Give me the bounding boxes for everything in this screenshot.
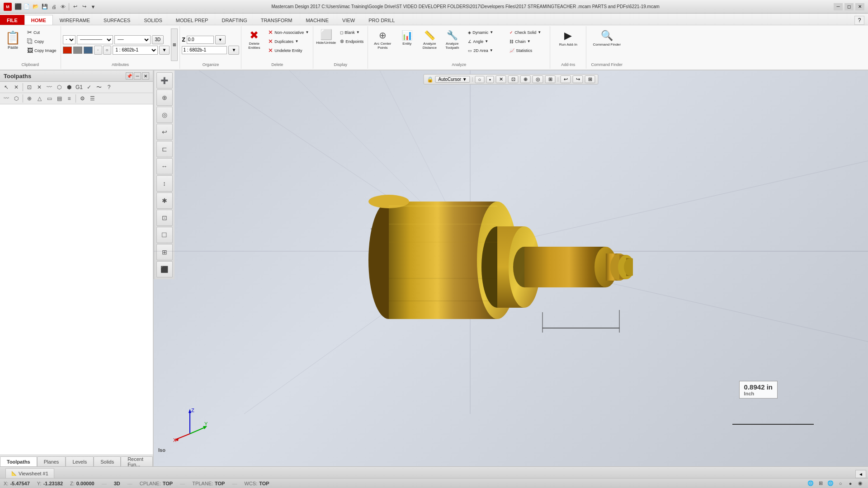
analyze-entity-button[interactable]: 📊 Entity bbox=[396, 28, 418, 55]
statistics-button[interactable]: 📈 Statistics bbox=[507, 46, 548, 55]
restore-button[interactable]: ◻ bbox=[844, 3, 854, 10]
tp-solid-btn[interactable]: ⬢ bbox=[65, 83, 74, 92]
tab-solids[interactable]: SOLIDS bbox=[137, 15, 169, 25]
color-swatch-2[interactable] bbox=[73, 47, 82, 54]
tp-tool-btn[interactable]: ⊡ bbox=[25, 83, 34, 92]
non-associative-button[interactable]: ✕ Non-Associative ▼ bbox=[266, 28, 311, 37]
ac-circle-btn[interactable]: ○ bbox=[475, 76, 484, 83]
tp-check-btn[interactable]: ✓ bbox=[85, 83, 94, 92]
ac-snap2-btn[interactable]: ◎ bbox=[533, 75, 543, 83]
tab-drafting[interactable]: DRAFTING bbox=[215, 15, 254, 25]
ac-redo-btn[interactable]: ↪ bbox=[573, 75, 583, 83]
ac-grid-btn[interactable]: ⊞ bbox=[545, 75, 556, 83]
arc-center-points-button[interactable]: ⊕ Arc Center Points bbox=[370, 28, 395, 55]
ac-cross-btn[interactable]: ✕ bbox=[496, 75, 506, 83]
status-coord-btn[interactable]: 🌐 bbox=[826, 479, 835, 488]
qa-redo[interactable]: ↪ bbox=[80, 3, 88, 11]
delete-entities-button[interactable]: ✖ Delete Entities bbox=[243, 28, 265, 55]
3d-button[interactable]: 3D bbox=[152, 35, 164, 44]
z-dropdown-btn[interactable]: ▼ bbox=[215, 35, 226, 44]
close-button[interactable]: ✕ bbox=[855, 3, 864, 10]
undelete-button[interactable]: ✕ Undelete Entity bbox=[266, 46, 311, 55]
level-select[interactable]: 1 : 6802b-1 bbox=[113, 46, 158, 55]
viewsheet-scroll-btn[interactable]: ◄ bbox=[855, 470, 866, 478]
panel-close-button[interactable]: ✕ bbox=[142, 72, 149, 80]
rt-cursor-btn[interactable]: ✱ bbox=[156, 192, 173, 209]
copy-image-button[interactable]: 🖼 Copy Image bbox=[25, 46, 59, 55]
rt-horiz-btn[interactable]: ↔ bbox=[156, 158, 173, 174]
tp-select-btn[interactable]: ↖ bbox=[2, 83, 11, 92]
tp-select2-btn[interactable]: ✕ bbox=[12, 83, 21, 92]
tab-recent-fun[interactable]: Recent Fun... bbox=[121, 456, 153, 466]
panel-minimize-button[interactable]: ─ bbox=[134, 72, 141, 80]
hide-unhide-button[interactable]: ⬜ Hide/Unhide bbox=[315, 28, 337, 55]
analyze-toolpath-button[interactable]: 🔧 Analyze Toolpath bbox=[441, 28, 463, 55]
qa-preview[interactable]: 👁 bbox=[59, 3, 67, 11]
cut-button[interactable]: ✂ Cut bbox=[25, 28, 59, 37]
autocursor-button[interactable]: AutoCursor ▼ bbox=[435, 76, 470, 83]
ac-more-btn[interactable]: ⊞ bbox=[585, 75, 595, 83]
tp2-btn1[interactable]: 〰 bbox=[2, 94, 11, 103]
qa-undo[interactable]: ↩ bbox=[71, 3, 79, 11]
rt-vert-btn[interactable]: ↕ bbox=[156, 175, 173, 192]
tab-wireframe[interactable]: WIREFRAME bbox=[53, 15, 97, 25]
tab-transform[interactable]: TRANSFORM bbox=[254, 15, 299, 25]
z-value-input[interactable] bbox=[187, 36, 214, 44]
level-expand-btn[interactable]: ▼ bbox=[159, 46, 170, 55]
viewsheet-1-tab[interactable]: 📐 Viewsheet #1 bbox=[5, 468, 54, 478]
line-style-select[interactable]: ─────── bbox=[77, 35, 113, 44]
color-swatch-1[interactable] bbox=[63, 47, 72, 54]
tp-help-btn[interactable]: ? bbox=[104, 83, 113, 92]
ac-endpoint-btn[interactable]: ⊡ bbox=[508, 75, 519, 83]
rt-zoom-out-btn[interactable]: ⊕ bbox=[156, 89, 173, 106]
tp-g1-btn[interactable]: G1 bbox=[75, 83, 84, 92]
tab-model-prep[interactable]: MODEL PREP bbox=[169, 15, 215, 25]
status-world-btn[interactable]: 🌐 bbox=[807, 479, 815, 488]
status-circle1-btn[interactable]: ○ bbox=[836, 479, 844, 488]
rt-zoom-in-btn[interactable]: ➕ bbox=[156, 72, 173, 89]
viewport[interactable]: 🔒 AutoCursor ▼ | ○ • ✕ ⊡ ⊕ ◎ ⊞ | ↩ ↪ ⊞ bbox=[154, 70, 868, 466]
rt-fit-btn[interactable]: ◎ bbox=[156, 107, 173, 123]
dynamic-button[interactable]: ◈ Dynamic ▼ bbox=[466, 28, 506, 37]
ac-dot-btn[interactable]: • bbox=[486, 76, 494, 83]
analyze-distance-button[interactable]: 📏 Analyze Distance bbox=[419, 28, 440, 55]
tp-wavy-btn[interactable]: 〜 bbox=[94, 83, 104, 92]
point-size-btn[interactable]: ○ bbox=[103, 46, 111, 55]
panel-pin-button[interactable]: 📌 bbox=[126, 72, 133, 80]
tp-chain-btn[interactable]: 〰 bbox=[45, 83, 54, 92]
qa-new[interactable]: 📄 bbox=[23, 3, 31, 11]
tp2-btn2[interactable]: ⬡ bbox=[12, 94, 21, 103]
tp-tool2-btn[interactable]: ✕ bbox=[35, 83, 44, 92]
tab-solids[interactable]: Solids bbox=[94, 456, 121, 466]
ac-undo-btn[interactable]: ↩ bbox=[561, 75, 571, 83]
qa-save[interactable]: 💾 bbox=[41, 3, 49, 11]
tp2-expand-btn[interactable]: ⊕ bbox=[25, 94, 34, 103]
command-finder-button[interactable]: 🔍 Command Finder bbox=[589, 28, 625, 55]
run-add-in-button[interactable]: ▶ Run Add-In bbox=[554, 28, 583, 55]
ribbon-help-button[interactable]: ? bbox=[854, 16, 864, 25]
tp2-more-btn[interactable]: ≡ bbox=[65, 94, 74, 103]
paste-button[interactable]: 📋 Paste bbox=[2, 28, 24, 52]
minimize-button[interactable]: ─ bbox=[834, 3, 843, 10]
copy-button[interactable]: ⿻ Copy bbox=[25, 37, 59, 46]
tp2-triangle-btn[interactable]: △ bbox=[35, 94, 44, 103]
tab-view[interactable]: VIEW bbox=[335, 15, 362, 25]
tp2-rect-btn[interactable]: ▭ bbox=[45, 94, 54, 103]
tab-surfaces[interactable]: SURFACES bbox=[97, 15, 137, 25]
tp2-gear-btn[interactable]: ⚙ bbox=[78, 94, 87, 103]
check-solid-button[interactable]: ✓ Check Solid ▼ bbox=[507, 28, 548, 37]
rt-square-btn[interactable]: ☐ bbox=[156, 227, 173, 243]
rt-fill-btn[interactable]: ⬛ bbox=[156, 261, 173, 277]
line-width-select[interactable]: ── bbox=[114, 35, 151, 44]
qa-open[interactable]: 📂 bbox=[32, 3, 40, 11]
status-grid-btn[interactable]: ⊞ bbox=[816, 479, 825, 488]
point-style-btn[interactable]: · bbox=[94, 46, 102, 55]
2d-area-button[interactable]: ▭ 2D Area ▼ bbox=[466, 46, 506, 55]
status-circle2-btn[interactable]: ● bbox=[846, 479, 854, 488]
level-dropdown-btn[interactable]: ▼ bbox=[228, 46, 239, 55]
rt-box-btn[interactable]: ⊡ bbox=[156, 210, 173, 226]
tab-levels[interactable]: Levels bbox=[66, 456, 94, 466]
tab-pro-drill[interactable]: PRO DRILL bbox=[362, 15, 401, 25]
angle-button[interactable]: ∠ Angle ▼ bbox=[466, 37, 506, 46]
attributes-expand-button[interactable]: ⊞ bbox=[171, 28, 178, 61]
